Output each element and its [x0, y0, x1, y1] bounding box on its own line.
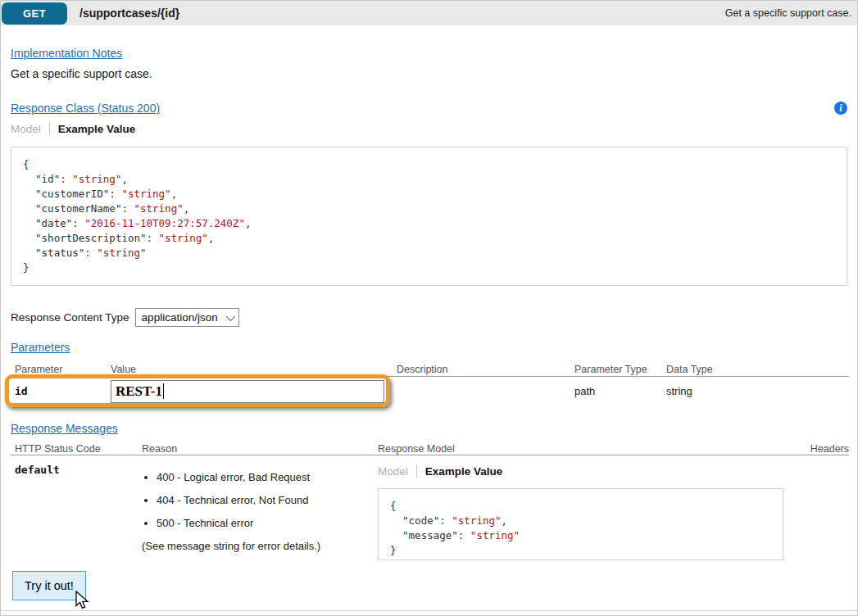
reason-note: (See message string for error details.)	[142, 540, 374, 552]
tab-model[interactable]: Model	[11, 123, 41, 135]
response-messages-link[interactable]: Response Messages	[11, 422, 118, 435]
error-model-tabs: Model Example Value	[378, 464, 800, 478]
http-method-badge[interactable]: GET	[2, 2, 67, 25]
col-response-model: Response Model	[374, 441, 800, 455]
param-id-value: REST-1	[116, 383, 162, 400]
response-content-type-label: Response Content Type	[11, 311, 129, 324]
param-data-type: string	[662, 376, 849, 410]
parameters-link[interactable]: Parameters	[11, 341, 70, 354]
parameters-table: Parameter Value Description Parameter Ty…	[11, 361, 849, 410]
response-class-tabs: Model Example Value	[11, 122, 847, 135]
response-content-type-value: application/json	[142, 311, 218, 324]
table-row: id REST-1 path string	[11, 376, 849, 410]
tab-example-value[interactable]: Example Value	[425, 465, 503, 478]
table-row: default 400 - Logical error, Bad Request…	[11, 455, 849, 561]
response-messages-table-wrap: HTTP Status Code Reason Response Model H…	[11, 441, 847, 561]
col-reason: Reason	[138, 441, 374, 455]
response-content-type-select[interactable]: application/json	[135, 308, 239, 327]
response-class-link[interactable]: Response Class (Status 200)	[11, 102, 160, 115]
text-caret	[163, 383, 164, 399]
error-example-code: { "code": "string", "message": "string" …	[378, 488, 783, 560]
tab-example-value[interactable]: Example Value	[58, 123, 136, 135]
param-id-input[interactable]: REST-1	[111, 380, 384, 403]
response-model-cell: Model Example Value { "code": "string", …	[374, 455, 800, 561]
headers-cell	[800, 455, 849, 561]
chevron-down-icon	[225, 311, 234, 320]
param-description	[393, 376, 570, 410]
tab-model[interactable]: Model	[378, 465, 408, 478]
tab-divider	[416, 464, 417, 478]
implementation-notes-link[interactable]: Implementation Notes	[11, 47, 122, 60]
col-data-type: Data Type	[662, 361, 849, 376]
implementation-notes-text: Get a specific support case.	[11, 67, 847, 80]
swagger-operation-panel: GET /supportcases/{id} Get a specific su…	[0, 0, 858, 616]
operation-summary: Get a specific support case.	[725, 7, 851, 19]
endpoint-path-link[interactable]: /supportcases/{id}	[79, 7, 179, 20]
col-value: Value	[107, 361, 393, 376]
param-name: id	[11, 376, 107, 410]
reason-cell: 400 - Logical error, Bad Request404 - Te…	[138, 455, 374, 561]
try-it-out-button[interactable]: Try it out!	[12, 571, 86, 600]
response-messages-table: HTTP Status Code Reason Response Model H…	[11, 441, 849, 561]
response-example-code: { "id": "string", "customerID": "string"…	[11, 147, 847, 286]
operation-detail: Implementation Notes Get a specific supp…	[1, 25, 857, 600]
status-code-cell: default	[11, 455, 138, 561]
tab-divider	[49, 122, 50, 135]
col-headers: Headers	[800, 441, 849, 455]
page-bottom-edge	[1, 610, 857, 615]
info-icon[interactable]: i	[834, 102, 847, 115]
col-parameter: Parameter	[11, 361, 107, 376]
param-type: path	[570, 376, 662, 410]
col-parameter-type: Parameter Type	[570, 361, 662, 376]
operation-header-bar: GET /supportcases/{id} Get a specific su…	[1, 1, 857, 25]
col-http-status-code: HTTP Status Code	[11, 441, 138, 455]
reason-bullet-list: 400 - Logical error, Bad Request404 - Te…	[142, 471, 374, 529]
parameters-table-wrap: Parameter Value Description Parameter Ty…	[11, 361, 847, 410]
col-description: Description	[393, 361, 570, 376]
